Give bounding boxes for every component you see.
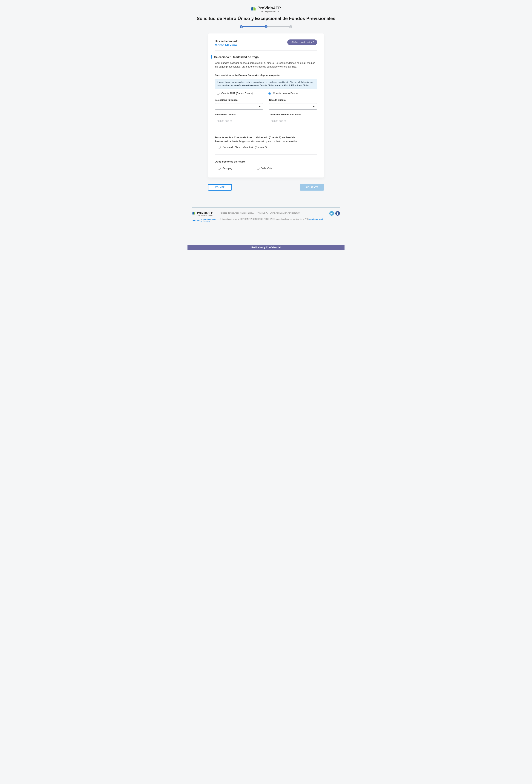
facebook-icon[interactable] — [335, 211, 340, 216]
footer-divider — [192, 207, 340, 208]
brand-suffix: AFP — [273, 6, 281, 10]
twitter-icon[interactable] — [329, 211, 334, 216]
radio-servipag-input[interactable] — [218, 167, 220, 170]
bank-select[interactable] — [215, 103, 263, 110]
radio-vale-vista[interactable]: Vale Vista — [257, 167, 272, 170]
radio-ahorro-voluntario-label: Cuenta de Ahorro Voluntario (Cuenta 2) — [223, 146, 267, 148]
confidential-bar: Preliminar y Confidencial — [187, 245, 345, 250]
account-number-label: Número de Cuenta — [215, 113, 263, 116]
radio-vale-vista-input[interactable] — [257, 167, 260, 170]
radio-cuenta-rut[interactable]: Cuenta RUT (Banco Estado) — [217, 92, 254, 95]
step-bar-2 — [267, 26, 289, 27]
brand-name: ProVida — [257, 6, 273, 10]
provida-logo-icon — [192, 212, 196, 215]
next-button[interactable]: SIGUIENTE — [300, 184, 324, 191]
page-title: Solicitud de Retiro Único y Excepcional … — [182, 16, 350, 21]
back-button[interactable]: VOLVER — [208, 184, 232, 191]
confirm-number-input[interactable] — [269, 118, 317, 124]
radio-ahorro-voluntario[interactable]: Cuenta de Ahorro Voluntario (Cuenta 2) — [218, 146, 317, 148]
step-bar-1 — [243, 26, 265, 27]
account-type-select[interactable] — [269, 103, 317, 110]
footer-opinion-link[interactable]: comienza aquí — [309, 218, 323, 220]
selection-label: Has seleccionado: — [215, 39, 239, 43]
bank-section-heading: Para recibirlo en tu Cuenta Bancaria, el… — [215, 74, 317, 77]
bank-info-box: La cuenta que ingreses debe estar a tu n… — [215, 79, 317, 89]
brand-tagline: Una compañía MetLife — [197, 214, 213, 216]
voluntary-description: Puedes realizar hasta 24 giros al año si… — [215, 140, 317, 143]
sp-logo: SP Superintendencia de Pensiones — [192, 219, 216, 222]
radio-otro-banco-input[interactable] — [268, 92, 271, 95]
footer-links-line: Políticas de Seguridad Mapa de Sitio AFP… — [219, 211, 326, 215]
footer-text: Políticas de Seguridad Mapa de Sitio AFP… — [219, 211, 326, 221]
radio-otro-banco-label: Cuenta de otro Banco — [273, 92, 298, 95]
radio-ahorro-voluntario-input[interactable] — [218, 146, 220, 148]
brand-header: ProVidaAFP Una compañía MetLife — [182, 6, 350, 12]
confirm-number-label: Confirmar Número de Cuenta — [269, 113, 317, 116]
selection-block: Has seleccionado: Monto Máximo — [215, 39, 239, 47]
bank-select-label: Selecciona tu Banco — [215, 99, 263, 101]
brand-tagline: Una compañía MetLife — [257, 10, 281, 12]
radio-servipag-label: Servipag — [223, 167, 232, 170]
bank-info-text-2: no se transferirán retiros a una Cuenta … — [228, 84, 310, 86]
brand-name: ProVida — [197, 211, 207, 214]
provida-logo-text: ProVidaAFP Una compañía MetLife — [257, 6, 281, 12]
voluntary-heading: Transferencia a Cuenta de Ahorro Volunta… — [215, 136, 317, 139]
progress-stepper: 1 2 3 — [240, 25, 292, 28]
radio-cuenta-rut-label: Cuenta RUT (Banco Estado) — [221, 92, 254, 95]
radio-vale-vista-label: Vale Vista — [261, 167, 272, 170]
form-card: Has seleccionado: Monto Máximo ¿Cuánto p… — [208, 33, 324, 177]
sp-sub: de Pensiones — [201, 221, 216, 222]
sp-logo-icon — [192, 219, 196, 222]
nav-row: VOLVER SIGUIENTE — [208, 184, 324, 191]
brand-suffix: AFP — [207, 211, 213, 214]
provida-logo-icon — [251, 7, 256, 11]
social-links — [329, 211, 340, 216]
radio-servipag[interactable]: Servipag — [218, 167, 232, 170]
other-options-heading: Otras opciones de Retiro — [215, 160, 317, 163]
footer: ProVidaAFP Una compañía MetLife SP Super… — [190, 207, 342, 222]
payment-mode-description: Aquí puedes escoger dónde quieres recibi… — [215, 61, 317, 69]
account-number-input[interactable] — [215, 118, 263, 124]
radio-otro-banco[interactable]: Cuenta de otro Banco — [268, 92, 298, 95]
account-type-label: Tipo de Cuenta — [269, 99, 317, 101]
footer-provida-logo: ProVidaAFP Una compañía MetLife — [192, 211, 216, 216]
step-2: 2 — [265, 25, 267, 28]
step-1: 1 — [240, 25, 243, 28]
section-accent-bar — [211, 55, 212, 59]
provida-logo: ProVidaAFP Una compañía MetLife — [251, 6, 281, 12]
step-3: 3 — [289, 25, 292, 28]
payment-mode-heading: Selecciona tu Modalidad de Pago — [215, 55, 317, 59]
footer-opinion-line: Entrega tu opinión a la SUPERINTENDENCIA… — [219, 218, 309, 220]
radio-cuenta-rut-input[interactable] — [217, 92, 219, 95]
selection-value: Monto Máximo — [215, 44, 239, 47]
payment-mode-title: Selecciona tu Modalidad de Pago — [214, 55, 259, 59]
how-much-button[interactable]: ¿Cuánto puedo retirar? — [287, 39, 317, 45]
